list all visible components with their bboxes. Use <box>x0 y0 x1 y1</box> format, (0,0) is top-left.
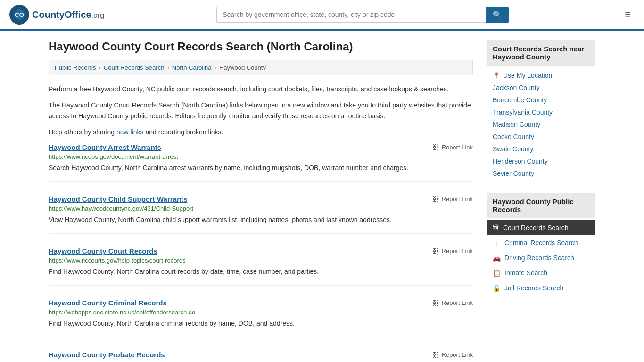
driving-records-icon: 🚗 <box>493 254 501 262</box>
report-link-button[interactable]: ⛓ Report Link <box>432 247 473 255</box>
inmate-search-link[interactable]: 📋 Inmate Search <box>487 265 595 280</box>
main-layout: Haywood County Court Records Search (Nor… <box>39 31 605 362</box>
list-item: 🚗 Driving Records Search <box>487 250 595 265</box>
list-item: 🔒 Jail Records Search <box>487 280 595 296</box>
public-records-section-title: Haywood County Public Records <box>487 193 595 218</box>
list-item: 🏛 Court Records Search <box>487 220 595 235</box>
report-label: Report Link <box>442 299 473 306</box>
record-item: Haywood County Criminal Records ⛓ Report… <box>49 299 473 337</box>
report-label: Report Link <box>442 196 473 203</box>
list-item: Jackson County <box>487 82 595 94</box>
page-title: Haywood County Court Records Search (Nor… <box>49 40 473 53</box>
new-links-link[interactable]: new links <box>116 128 144 136</box>
search-input[interactable] <box>216 7 486 23</box>
court-records-search-link[interactable]: 🏛 Court Records Search <box>487 220 595 235</box>
location-icon: 📍 <box>493 72 500 79</box>
report-link-button[interactable]: ⛓ Report Link <box>432 299 473 307</box>
record-title-link[interactable]: Haywood County Probate Records <box>49 351 165 359</box>
record-desc: Find Haywood County, North Carolina cour… <box>49 267 473 277</box>
driving-records-search-link[interactable]: 🚗 Driving Records Search <box>487 250 595 265</box>
breadcrumb-north-carolina[interactable]: North Carolina <box>172 64 212 71</box>
county-link[interactable]: Sevier County <box>493 170 590 177</box>
record-title: Haywood County Criminal Records <box>49 299 167 307</box>
menu-icon[interactable]: ≡ <box>621 7 635 23</box>
county-link[interactable]: Buncombe County <box>493 96 590 104</box>
report-label: Report Link <box>442 144 473 151</box>
desc3-pre: Help others by sharing <box>49 128 116 136</box>
report-link-button[interactable]: ⛓ Report Link <box>432 195 473 203</box>
search-area: 🔍 <box>216 7 509 23</box>
search-icon: 🔍 <box>493 11 502 19</box>
record-desc: View Haywood County, North Carolina chil… <box>49 215 473 225</box>
record-title: Haywood County Probate Records <box>49 351 165 359</box>
record-header: Haywood County Court Records ⛓ Report Li… <box>49 247 473 255</box>
county-link[interactable]: Cocke County <box>493 133 590 140</box>
record-title-link[interactable]: Haywood County Arrest Warrants <box>49 143 161 151</box>
list-item: ❕ Criminal Records Search <box>487 235 595 250</box>
logo-icon: CO <box>9 5 29 25</box>
record-desc: Search Haywood County, North Carolina ar… <box>49 163 473 173</box>
record-url: https://www.nccourts.gov/help-topics/cou… <box>49 257 473 264</box>
list-item: Henderson County <box>487 155 595 167</box>
criminal-records-search-link[interactable]: ❕ Criminal Records Search <box>487 235 595 250</box>
list-item: Swain County <box>487 143 595 155</box>
breadcrumb-public-records[interactable]: Public Records <box>55 64 96 71</box>
jail-records-icon: 🔒 <box>493 284 501 292</box>
public-link-label: Court Records Search <box>503 224 569 231</box>
report-label: Report Link <box>442 247 473 255</box>
breadcrumb-court-records-search[interactable]: Court Records Search <box>104 64 165 71</box>
breadcrumb: Public Records › Court Records Search › … <box>49 60 473 75</box>
records-list: Haywood County Arrest Warrants ⛓ Report … <box>49 143 473 362</box>
breadcrumb-sep-3: › <box>215 64 216 71</box>
list-item: 📋 Inmate Search <box>487 265 595 280</box>
list-item: Sevier County <box>487 167 595 180</box>
inmate-search-icon: 📋 <box>493 269 501 277</box>
record-item: Haywood County Arrest Warrants ⛓ Report … <box>49 143 473 182</box>
court-records-icon: 🏛 <box>493 224 499 231</box>
record-title-link[interactable]: Haywood County Criminal Records <box>49 299 167 307</box>
record-item: Haywood County Court Records ⛓ Report Li… <box>49 247 473 286</box>
report-icon: ⛓ <box>432 299 439 307</box>
record-desc: Find Haywood County, North Carolina crim… <box>49 319 473 329</box>
record-header: Haywood County Criminal Records ⛓ Report… <box>49 299 473 307</box>
record-url: https://www.ncdps.gov/document/warrant-a… <box>49 153 473 160</box>
public-link-label: Criminal Records Search <box>504 239 578 247</box>
use-my-location-item: 📍 Use My Location <box>487 69 595 82</box>
record-title-link[interactable]: Haywood County Child Support Warrants <box>49 195 187 203</box>
county-link[interactable]: Henderson County <box>493 157 590 165</box>
jail-records-search-link[interactable]: 🔒 Jail Records Search <box>487 280 595 296</box>
record-item: Haywood County Probate Records ⛓ Report … <box>49 351 473 362</box>
record-title: Haywood County Child Support Warrants <box>49 195 187 203</box>
breadcrumb-sep-2: › <box>167 64 169 71</box>
record-header: Haywood County Probate Records ⛓ Report … <box>49 351 473 359</box>
public-link-label: Inmate Search <box>504 269 547 277</box>
breadcrumb-current: Haywood County <box>219 64 266 71</box>
county-link[interactable]: Madison County <box>493 121 590 128</box>
search-button[interactable]: 🔍 <box>486 7 509 23</box>
record-url: https://www.haywoodcountync.gov/431/Chil… <box>49 205 473 212</box>
use-my-location-link[interactable]: 📍 Use My Location <box>493 72 590 79</box>
county-link[interactable]: Transylvania County <box>493 108 590 116</box>
record-title: Haywood County Court Records <box>49 247 157 255</box>
svg-text:CO: CO <box>15 11 24 18</box>
record-title: Haywood County Arrest Warrants <box>49 143 161 151</box>
content-area: Haywood County Court Records Search (Nor… <box>49 40 473 362</box>
record-title-link[interactable]: Haywood County Court Records <box>49 247 157 255</box>
desc3-post: and reporting broken links. <box>144 128 223 136</box>
report-link-button[interactable]: ⛓ Report Link <box>432 143 473 151</box>
county-link[interactable]: Jackson County <box>493 84 590 91</box>
nearby-counties-list: 📍 Use My Location Jackson County Buncomb… <box>487 66 595 183</box>
use-my-location-label: Use My Location <box>503 72 552 79</box>
breadcrumb-sep-1: › <box>99 64 100 71</box>
record-item: Haywood County Child Support Warrants ⛓ … <box>49 195 473 234</box>
list-item: Buncombe County <box>487 94 595 106</box>
header: CO CountyOffice.org 🔍 ≡ <box>0 0 644 31</box>
report-icon: ⛓ <box>432 143 439 151</box>
county-link[interactable]: Swain County <box>493 145 590 153</box>
public-records-list: 🏛 Court Records Search ❕ Criminal Record… <box>487 218 595 297</box>
report-link-button[interactable]: ⛓ Report Link <box>432 351 473 359</box>
report-label: Report Link <box>442 351 473 358</box>
nearby-section-title: Court Records Search near Haywood County <box>487 40 595 66</box>
record-header: Haywood County Arrest Warrants ⛓ Report … <box>49 143 473 151</box>
list-item: Madison County <box>487 118 595 131</box>
